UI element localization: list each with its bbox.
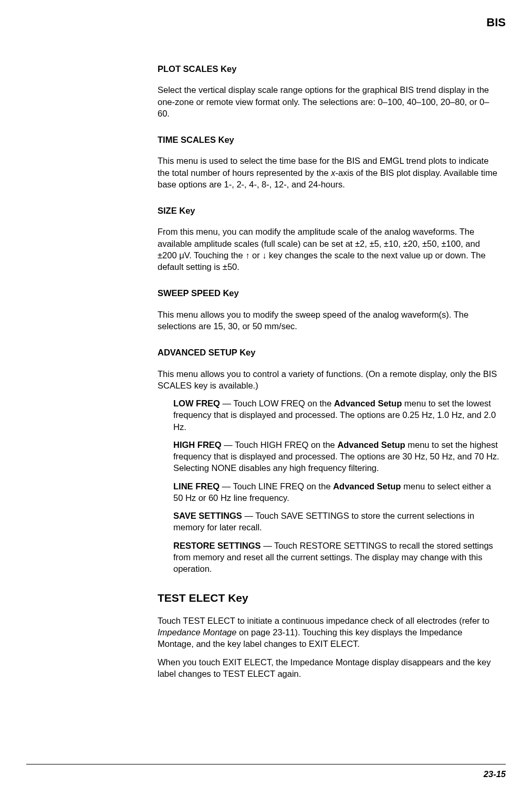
heading-advanced-setup: ADVANCED SETUP Key xyxy=(158,347,500,358)
heading-test-elect: TEST ELECT Key xyxy=(158,591,500,605)
item-high-freq: HIGH FREQ — Touch HIGH FREQ on the Advan… xyxy=(173,439,500,474)
header-section-label: BIS xyxy=(486,16,506,29)
para-time-scales: This menu is used to select the time bas… xyxy=(158,155,500,190)
item-low-freq: LOW FREQ — Touch LOW FREQ on the Advance… xyxy=(173,397,500,433)
label-low-freq: LOW FREQ xyxy=(173,399,220,408)
para-plot-scales: Select the vertical display scale range … xyxy=(158,84,500,119)
text: Touch TEST ELECT to initiate a continuou… xyxy=(158,616,489,625)
text: — Touch LINE FREQ on the xyxy=(220,481,333,491)
para-test-elect-2: When you touch EXIT ELECT, the Impedance… xyxy=(158,656,500,680)
para-advanced-intro: This menu allows you to control a variet… xyxy=(158,368,500,392)
para-test-elect-1: Touch TEST ELECT to initiate a continuou… xyxy=(158,615,500,650)
heading-sweep-speed: SWEEP SPEED Key xyxy=(158,287,500,299)
ref-impedance-montage: Impedance Montage xyxy=(158,627,236,637)
item-save-settings: SAVE SETTINGS — Touch SAVE SETTINGS to s… xyxy=(173,510,500,533)
label-line-freq: LINE FREQ xyxy=(173,481,220,491)
menu-name: Advanced Setup xyxy=(337,440,405,449)
content-column: PLOT SCALES Key Select the vertical disp… xyxy=(158,63,500,679)
menu-name: Advanced Setup xyxy=(333,481,401,491)
footer-rule xyxy=(26,764,506,764)
text: — Touch HIGH FREQ on the xyxy=(222,440,338,449)
label-restore: RESTORE SETTINGS xyxy=(173,541,261,550)
para-size: From this menu, you can modify the ampli… xyxy=(158,226,500,273)
page: BIS PLOT SCALES Key Select the vertical … xyxy=(0,0,532,796)
heading-time-scales: TIME SCALES Key xyxy=(158,134,500,145)
label-high-freq: HIGH FREQ xyxy=(173,440,222,449)
item-line-freq: LINE FREQ — Touch LINE FREQ on the Advan… xyxy=(173,480,500,504)
page-number: 23-15 xyxy=(484,769,506,779)
text: — Touch LOW FREQ on the xyxy=(220,399,334,408)
heading-size: SIZE Key xyxy=(158,205,500,216)
item-restore-settings: RESTORE SETTINGS — Touch RESTORE SETTING… xyxy=(173,540,500,575)
label-save: SAVE SETTINGS xyxy=(173,511,242,520)
heading-plot-scales: PLOT SCALES Key xyxy=(158,63,500,75)
para-sweep-speed: This menu allows you to modify the sweep… xyxy=(158,309,500,332)
menu-name: Advanced Setup xyxy=(334,399,402,408)
